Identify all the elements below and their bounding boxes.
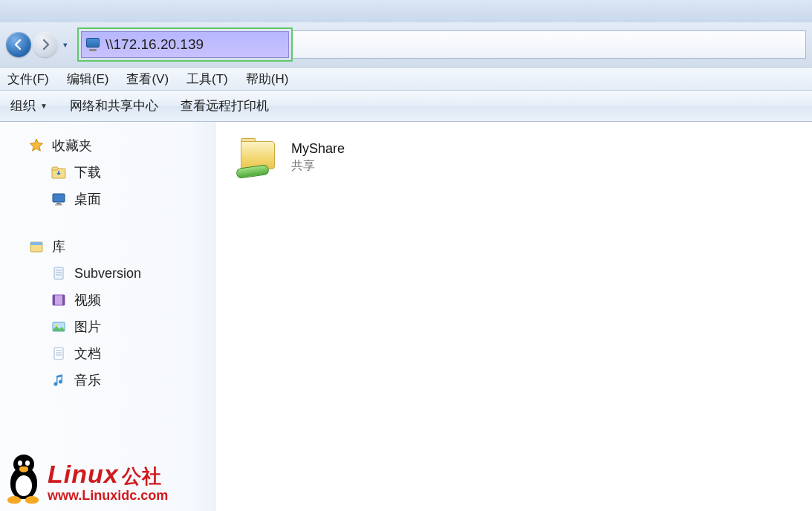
sidebar-item-label: 下载 (74, 163, 101, 181)
arrow-left-icon (12, 38, 25, 51)
sidebar-item-videos[interactable]: 视频 (0, 287, 215, 313)
svg-rect-6 (30, 242, 42, 245)
share-item-title: MyShare (291, 141, 345, 157)
toolbar-view-printers[interactable]: 查看远程打印机 (181, 97, 269, 114)
menu-edit[interactable]: 编辑(E) (67, 71, 109, 88)
svg-rect-16 (54, 348, 63, 359)
sidebar-item-documents[interactable]: 文档 (0, 340, 215, 367)
chevron-down-icon: ▼ (40, 102, 48, 110)
toolbar-view-printers-label: 查看远程打印机 (181, 97, 269, 114)
sidebar-item-subversion[interactable]: Subversion (0, 260, 215, 287)
svg-rect-12 (53, 295, 55, 305)
sidebar-item-label: 文档 (74, 345, 101, 362)
tux-penguin-icon (3, 452, 46, 504)
doc-lib-icon (51, 265, 67, 281)
menu-tools[interactable]: 工具(T) (186, 71, 228, 88)
menu-help[interactable]: 帮助(H) (246, 71, 289, 88)
sidebar-item-label: 图片 (74, 318, 101, 336)
toolbar-network-center-label: 网络和共享中心 (70, 97, 158, 114)
video-lib-icon (51, 292, 67, 308)
libraries-icon (28, 238, 45, 255)
svg-rect-1 (52, 167, 58, 170)
forward-button[interactable] (33, 32, 58, 57)
sidebar-libraries-label: 库 (52, 238, 65, 256)
window-titlebar (0, 0, 812, 22)
document-lib-icon (51, 345, 67, 362)
sidebar-item-downloads[interactable]: 下载 (0, 159, 215, 186)
watermark-text: Linux公社 www.Linuxidc.com (48, 461, 168, 504)
sidebar-favorites-label: 收藏夹 (52, 137, 92, 154)
address-highlight-box: \\172.16.20.139 (77, 27, 293, 62)
menu-file[interactable]: 文件(F) (7, 71, 49, 88)
svg-rect-2 (53, 194, 65, 202)
address-input[interactable]: \\172.16.20.139 (105, 36, 284, 53)
sidebar-favorites-header[interactable]: 收藏夹 (0, 132, 215, 159)
desktop-icon (51, 191, 67, 207)
download-folder-icon (51, 164, 67, 180)
sidebar-libraries-header[interactable]: 库 (0, 233, 215, 260)
sidebar-item-label: 桌面 (74, 190, 101, 208)
computer-icon (86, 38, 101, 51)
share-item-text: MyShare 共享 (291, 141, 345, 174)
menu-bar: 文件(F) 编辑(E) 查看(V) 工具(T) 帮助(H) (0, 67, 812, 91)
sidebar-item-pictures[interactable]: 图片 (0, 313, 215, 340)
sidebar-item-music[interactable]: 音乐 (0, 367, 215, 394)
sidebar-group-favorites: 收藏夹 下载 桌面 (0, 132, 215, 212)
share-item-subtitle: 共享 (291, 158, 345, 174)
sidebar-item-label: 音乐 (74, 371, 101, 389)
svg-rect-3 (56, 203, 61, 204)
shared-folder-icon (236, 138, 281, 177)
arrow-right-icon (39, 38, 52, 51)
back-button[interactable] (6, 32, 31, 57)
address-bar[interactable]: \\172.16.20.139 (81, 31, 289, 58)
sidebar-group-libraries: 库 Subversion 视频 图片 (0, 233, 215, 394)
nav-history-dropdown[interactable]: ▾ (59, 40, 71, 50)
sidebar-item-label: Subversion (74, 266, 141, 281)
picture-lib-icon (51, 319, 67, 335)
watermark: Linux公社 www.Linuxidc.com (3, 452, 168, 504)
watermark-brand-cn: 公社 (122, 465, 162, 487)
toolbar-organize-label: 组织 (10, 97, 36, 114)
svg-rect-13 (62, 295, 65, 305)
watermark-url: www.Linuxidc.com (48, 488, 168, 504)
toolbar-network-center[interactable]: 网络和共享中心 (70, 97, 158, 114)
address-bar-tail[interactable] (293, 30, 806, 59)
navigation-bar: ▾ \\172.16.20.139 (0, 22, 812, 67)
music-lib-icon (51, 372, 67, 388)
content-pane: MyShare 共享 (215, 122, 812, 511)
sidebar-item-desktop[interactable]: 桌面 (0, 186, 215, 212)
menu-view[interactable]: 查看(V) (126, 71, 169, 88)
watermark-brand: Linux (48, 460, 119, 488)
svg-rect-4 (55, 204, 62, 206)
svg-rect-7 (54, 267, 63, 279)
star-icon (28, 137, 45, 154)
toolbar: 组织 ▼ 网络和共享中心 查看远程打印机 (0, 91, 812, 122)
toolbar-organize[interactable]: 组织 ▼ (10, 97, 48, 114)
share-item-myshare[interactable]: MyShare 共享 (236, 138, 444, 177)
sidebar-item-label: 视频 (74, 291, 101, 309)
